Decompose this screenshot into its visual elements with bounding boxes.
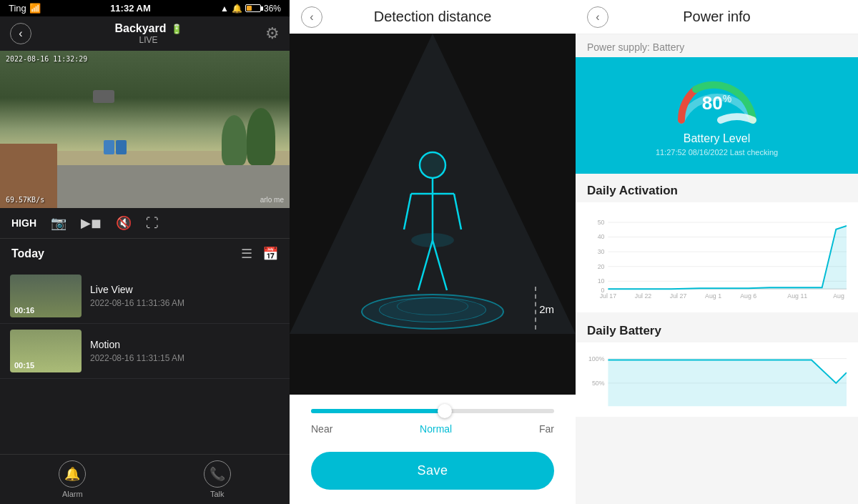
alarm-icon: 🔔: [232, 4, 242, 14]
svg-text:Aug 11: Aug 11: [787, 292, 807, 300]
tree2-element: [222, 115, 247, 165]
record-icon[interactable]: ▶◼: [81, 215, 102, 231]
svg-line-6: [418, 240, 433, 290]
status-bar: Ting 📶 11:32 AM ▲ 🔔 36%: [0, 0, 290, 16]
daily-battery-chart: 100% 50%: [576, 342, 858, 417]
svg-text:Jul 17: Jul 17: [600, 292, 617, 300]
detection-header: ‹ Detection distance: [290, 0, 576, 34]
camera-brand: arlo me: [260, 196, 284, 204]
left-panel: Ting 📶 11:32 AM ▲ 🔔 36% ‹ Backyard 🔋 LIV…: [0, 0, 290, 504]
svg-text:Aug 16: Aug 16: [833, 292, 847, 300]
list-view-icon[interactable]: ☰: [241, 246, 252, 262]
svg-text:Jul 22: Jul 22: [635, 292, 652, 300]
battery-chart-svg: 100% 50%: [587, 351, 847, 408]
calendar-icon[interactable]: 📅: [262, 246, 278, 262]
distance-label: 2m: [539, 303, 554, 315]
recording-time-liveview: 2022-08-16 11:31:36 AM: [90, 298, 280, 308]
svg-marker-22: [608, 226, 847, 289]
slider-track[interactable]: [311, 409, 554, 413]
time-label: 11:32 AM: [110, 3, 151, 14]
svg-line-4: [404, 194, 411, 229]
power-header: ‹ Power info: [576, 0, 858, 34]
live-label: LIVE: [114, 35, 182, 45]
settings-button[interactable]: ⚙: [265, 24, 280, 43]
daily-activation-title: Daily Activation: [576, 174, 858, 202]
svg-text:50: 50: [598, 219, 605, 226]
svg-point-8: [420, 152, 445, 178]
quality-badge[interactable]: HIGH: [11, 217, 36, 229]
camera-header: ‹ Backyard 🔋 LIVE ⚙: [0, 16, 290, 51]
daily-battery-title: Daily Battery: [576, 314, 858, 342]
recording-time-motion: 2022-08-16 11:31:15 AM: [90, 353, 280, 363]
talk-nav-icon: 📞: [204, 460, 231, 488]
svg-marker-34: [608, 360, 847, 407]
svg-text:40: 40: [598, 233, 605, 240]
tree1-element: [247, 108, 275, 165]
camera-timestamp: 2022-08-16 11:32:29: [6, 55, 87, 63]
svg-text:Jul 27: Jul 27: [670, 292, 687, 300]
distance-dashed-line: [535, 287, 536, 330]
save-button[interactable]: Save: [311, 452, 554, 490]
recording-duration-liveview: 00:16: [14, 306, 34, 315]
slider-thumb[interactable]: [438, 404, 452, 418]
svg-text:10: 10: [598, 277, 605, 285]
camera-view: 2022-08-16 11:32:29 69.57KB/s arlo me: [0, 51, 290, 208]
power-back-button[interactable]: ‹: [587, 6, 608, 28]
nav-item-talk[interactable]: 📞 Talk: [145, 460, 290, 498]
daily-activation-chart: 50 40 30 20 10 0 Jul 17 Jul 22 Jul 27 Au…: [576, 202, 858, 312]
recording-info-liveview: Live View 2022-08-16 11:31:36 AM: [90, 284, 280, 308]
fullscreen-icon[interactable]: ⛶: [146, 216, 159, 231]
header-title-block: Backyard 🔋 LIVE: [114, 22, 182, 45]
status-right: ▲ 🔔 36%: [220, 4, 281, 14]
blue-bin1: [104, 140, 114, 154]
battery-small-icon: 🔋: [171, 24, 182, 34]
recording-title-liveview: Live View: [90, 284, 280, 295]
camera-bitrate: 69.57KB/s: [6, 196, 44, 204]
battery-last-check: 11:27:52 08/16/2022 Last checking: [656, 148, 778, 157]
screenshot-icon[interactable]: 📷: [51, 215, 66, 231]
slider-fill: [311, 409, 445, 413]
alarm-nav-icon: 🔔: [59, 460, 86, 488]
slider-section: Near Normal Far: [290, 395, 576, 445]
recording-item-motion[interactable]: 00:15 Motion 2022-08-16 11:31:15 AM: [0, 324, 290, 379]
blue-bin2: [116, 140, 127, 154]
car-element: [93, 90, 114, 103]
battery-gauge: 80%: [671, 71, 764, 125]
timeline-bar: Today ☰ 📅: [0, 239, 290, 269]
power-supply-label: Power supply: Battery: [576, 34, 858, 57]
battery-percent-label: 80%: [702, 92, 731, 114]
middle-panel: ‹ Detection distance: [290, 0, 576, 504]
recording-title-motion: Motion: [90, 339, 280, 350]
back-button[interactable]: ‹: [10, 23, 31, 44]
battery-level-label: Battery Level: [684, 132, 750, 145]
normal-label: Normal: [420, 423, 452, 435]
recordings-list: 00:16 Live View 2022-08-16 11:31:36 AM 0…: [0, 269, 290, 454]
recording-info-motion: Motion 2022-08-16 11:31:15 AM: [90, 339, 280, 363]
camera-name: Backyard 🔋: [114, 22, 182, 35]
controls-bar: HIGH 📷 ▶◼ 🔇 ⛶: [0, 208, 290, 239]
save-button-wrapper: Save: [290, 445, 576, 504]
recording-thumbnail-liveview: 00:16: [10, 275, 82, 317]
recording-thumbnail-motion: 00:15: [10, 330, 82, 372]
status-left: Ting 📶: [9, 3, 41, 14]
location-icon: ▲: [220, 4, 229, 14]
svg-text:Aug 1: Aug 1: [705, 292, 721, 300]
svg-text:20: 20: [598, 263, 605, 270]
right-panel: ‹ Power info Power supply: Battery 80% B…: [576, 0, 858, 504]
recording-item-liveview[interactable]: 00:16 Live View 2022-08-16 11:31:36 AM: [0, 269, 290, 324]
nav-item-alarm[interactable]: 🔔 Alarm: [0, 460, 145, 498]
battery-indicator: [245, 4, 261, 12]
detection-back-button[interactable]: ‹: [301, 6, 322, 28]
mute-icon[interactable]: 🔇: [116, 215, 132, 231]
svg-text:Aug 6: Aug 6: [740, 292, 756, 300]
near-label: Near: [311, 423, 332, 435]
svg-line-7: [433, 240, 447, 290]
talk-nav-label: Talk: [210, 490, 225, 498]
carrier-label: Ting: [9, 3, 26, 14]
alarm-nav-label: Alarm: [62, 490, 83, 498]
wifi-icon: 📶: [29, 3, 41, 14]
battery-percent: 36%: [264, 4, 281, 14]
today-label: Today: [11, 247, 44, 260]
svg-point-9: [411, 233, 454, 247]
activation-chart-svg: 50 40 30 20 10 0 Jul 17 Jul 22 Jul 27 Au…: [587, 211, 847, 304]
